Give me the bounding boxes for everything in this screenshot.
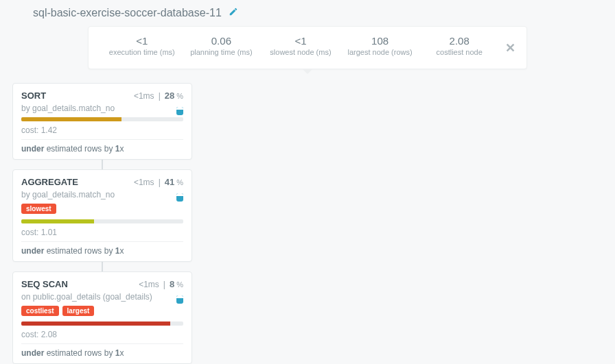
plan-node-card[interactable]: SORT<1ms | 28 %by goal_details.match_noc… xyxy=(12,83,192,160)
node-detail: by goal_details.match_no xyxy=(21,190,183,199)
edit-pencil-icon[interactable] xyxy=(229,7,238,19)
database-icon xyxy=(176,193,183,202)
node-detail: on public.goal_details (goal_details) xyxy=(21,292,183,302)
node-estimate: under estimated rows by 1x xyxy=(21,348,183,358)
node-time: <1ms xyxy=(134,178,154,187)
cost-bar-fill xyxy=(21,321,170,326)
cost-bar xyxy=(21,321,183,326)
node-cost: cost: 1.42 xyxy=(21,125,183,140)
node-connector xyxy=(102,262,103,271)
stats-bar: <1execution time (ms) 0.06planning time … xyxy=(88,26,527,69)
stat-execution-time: <1execution time (ms) xyxy=(108,35,176,56)
close-icon[interactable]: ✕ xyxy=(505,40,515,56)
node-header: SEQ SCAN<1ms | 8 % xyxy=(21,279,183,289)
node-badges: costliestlargest xyxy=(21,306,183,316)
stat-costliest-node: 2.08costliest node xyxy=(425,35,494,56)
node-time: <1ms xyxy=(139,280,159,289)
plan-nodes: SORT<1ms | 28 %by goal_details.match_noc… xyxy=(12,83,192,364)
database-icon xyxy=(176,107,183,115)
node-cost: cost: 1.01 xyxy=(21,228,183,242)
node-operation: SORT xyxy=(21,90,46,101)
node-operation: AGGREGATE xyxy=(21,177,78,187)
node-estimate: under estimated rows by 1x xyxy=(21,246,183,256)
node-detail: by goal_details.match_no xyxy=(21,104,183,113)
node-connector xyxy=(102,160,103,169)
node-badges: slowest xyxy=(21,204,183,214)
stat-planning-time: 0.06planning time (ms) xyxy=(187,35,255,56)
plan-node-card[interactable]: AGGREGATE<1ms | 41 %by goal_details.matc… xyxy=(12,169,192,262)
node-percent: 8 xyxy=(170,279,174,289)
title-bar: sql-basic-exercise-soccer-database-11 xyxy=(0,0,615,26)
node-operation: SEQ SCAN xyxy=(21,279,68,289)
node-header: SORT<1ms | 28 % xyxy=(21,90,183,101)
badge-largest: largest xyxy=(62,306,95,316)
stat-largest-node: 108largest node (rows) xyxy=(346,35,415,56)
badge-costliest: costliest xyxy=(21,306,59,316)
node-time: <1ms xyxy=(134,91,154,101)
database-icon xyxy=(176,295,183,304)
page-title: sql-basic-exercise-soccer-database-11 xyxy=(33,7,222,19)
node-percent: 41 xyxy=(165,177,174,187)
badge-slowest: slowest xyxy=(21,204,56,214)
stat-slowest-node: <1slowest node (ms) xyxy=(266,35,335,56)
node-percent: 28 xyxy=(165,90,174,101)
plan-node-card[interactable]: SEQ SCAN<1ms | 8 %on public.goal_details… xyxy=(12,271,192,364)
node-cost: cost: 2.08 xyxy=(21,330,183,344)
cost-bar xyxy=(21,219,183,223)
cost-bar-fill xyxy=(21,117,121,121)
cost-bar xyxy=(21,117,183,121)
node-header: AGGREGATE<1ms | 41 % xyxy=(21,177,183,187)
node-estimate: under estimated rows by 1x xyxy=(21,144,183,154)
cost-bar-fill xyxy=(21,219,94,223)
